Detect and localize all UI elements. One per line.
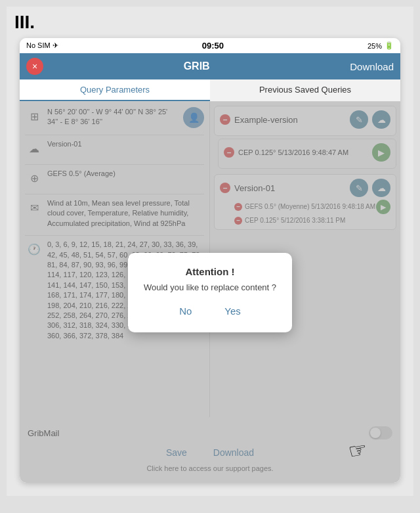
battery-level: 25%	[368, 42, 382, 50]
nav-download-button[interactable]: Download	[350, 61, 394, 72]
modal-title: Attention !	[144, 266, 276, 277]
modal-message: Would you like to replace content ?	[144, 282, 276, 292]
tab-previous-saved-queries[interactable]: Previous Saved Queries	[210, 79, 400, 101]
status-time: 09:50	[202, 41, 224, 51]
section-label: III.	[7, 7, 413, 38]
tab-headers: Query Parameters Previous Saved Queries	[20, 79, 400, 102]
tab-query-parameters[interactable]: Query Parameters	[20, 79, 210, 101]
cursor-hand: ☞	[346, 437, 369, 464]
status-left: No SIM ✈	[26, 41, 58, 50]
sim-status: No SIM ✈	[26, 41, 58, 50]
modal-no-button[interactable]: No	[173, 303, 198, 319]
nav-title: GRIB	[184, 60, 210, 72]
modal-overlay: Attention ! Would you like to replace co…	[20, 102, 400, 483]
battery-icon: 🔋	[385, 41, 394, 50]
status-right: 25% 🔋	[368, 41, 394, 50]
status-bar: No SIM ✈ 09:50 25% 🔋	[20, 38, 400, 53]
modal-buttons: No Yes	[144, 303, 276, 319]
close-button[interactable]: ×	[26, 58, 43, 75]
close-icon: ×	[32, 61, 37, 72]
nav-bar: × GRIB Download	[20, 53, 400, 79]
modal-yes-button[interactable]: Yes	[218, 303, 247, 319]
attention-modal: Attention ! Would you like to replace co…	[128, 253, 292, 332]
